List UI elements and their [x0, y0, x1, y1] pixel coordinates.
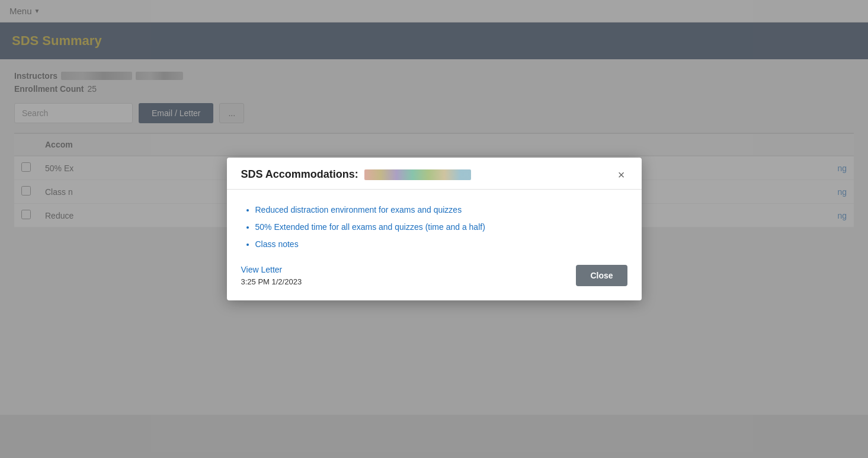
- modal-title-prefix: SDS Accommodations:: [241, 168, 358, 181]
- modal-body: Reduced distraction environment for exam…: [227, 190, 642, 300]
- modal-header: SDS Accommodations: ×: [227, 158, 642, 190]
- modal-close-x-button[interactable]: ×: [616, 169, 627, 181]
- accommodations-list: Reduced distraction environment for exam…: [241, 204, 627, 251]
- modal-close-button[interactable]: Close: [576, 265, 627, 286]
- accommodation-item-1: Reduced distraction environment for exam…: [255, 204, 627, 216]
- accommodation-item-2: 50% Extended time for all exams and quiz…: [255, 221, 627, 233]
- modal-dialog: SDS Accommodations: × Reduced distractio…: [227, 158, 642, 300]
- modal-overlay: SDS Accommodations: × Reduced distractio…: [0, 0, 868, 458]
- view-letter-section: View Letter 3:25 PM 1/2/2023: [241, 265, 302, 286]
- student-name-blurred: [364, 169, 471, 180]
- modal-footer-row: View Letter 3:25 PM 1/2/2023 Close: [241, 265, 627, 291]
- timestamp: 3:25 PM 1/2/2023: [241, 277, 302, 286]
- modal-title: SDS Accommodations:: [241, 168, 471, 181]
- view-letter-link[interactable]: View Letter: [241, 265, 302, 274]
- accommodation-item-3: Class notes: [255, 238, 627, 251]
